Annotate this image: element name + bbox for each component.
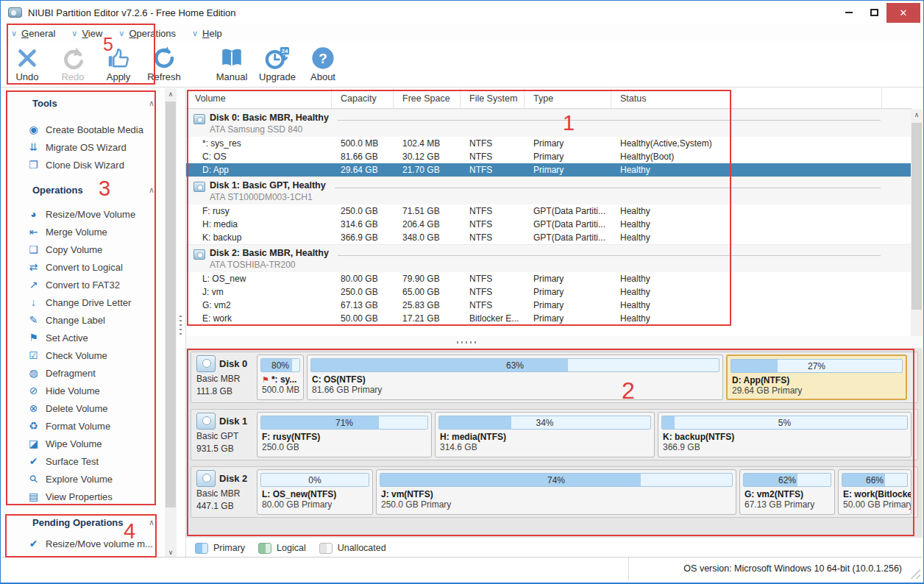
- column-header-volume[interactable]: Volume: [186, 88, 332, 108]
- apply-button[interactable]: Apply: [99, 46, 138, 82]
- scrollbar-thumb[interactable]: [911, 123, 922, 310]
- partition-block-k-backup-ntfs[interactable]: 5%K: backup(NTFS)366.9 GB: [658, 412, 911, 457]
- partition-label: K: backup(NTFS): [663, 432, 911, 442]
- sidebar-item-change-drive-letter[interactable]: ↓Change Drive Letter: [1, 293, 165, 311]
- menu-item-view[interactable]: ∨View: [71, 28, 102, 39]
- sidebar-scrollbar[interactable]: ∧ ∨: [165, 88, 177, 558]
- maximize-button[interactable]: [861, 3, 886, 23]
- close-button[interactable]: ✕: [886, 3, 920, 23]
- table-scrollbar[interactable]: ∧: [911, 109, 923, 336]
- sidebar-item-copy-volume[interactable]: ❏Copy Volume: [1, 241, 165, 258]
- horizontal-splitter[interactable]: [186, 336, 923, 348]
- disk-group-header[interactable]: Disk 1: Basic GPT, HealthyATA ST1000DM00…: [186, 177, 911, 204]
- partition-label: C: OS(NTFS): [312, 374, 722, 385]
- about-button[interactable]: ?About: [304, 46, 342, 82]
- disk-map-row-disk-2: Disk 2Basic MBR447.1 GB0%L: OS_new(NTFS)…: [191, 466, 918, 518]
- cell-status: Healthy: [611, 218, 882, 231]
- partition-block-d-app-ntfs[interactable]: 27%D: App(NTFS)29.64 GB Primary: [726, 355, 907, 400]
- sidebar-item-convert-to-fat32[interactable]: ↗Convert to FAT32: [1, 276, 165, 293]
- table-row-g-vm2[interactable]: G: vm267.13 GB25.83 GBNTFSPrimaryHealthy: [186, 299, 911, 312]
- sidebar-item-surface-test[interactable]: ✔Surface Test: [1, 452, 165, 470]
- partition-block-e-work-bitlocker-e[interactable]: 66%E: work(Bitlocker E...50.00 GB Primar…: [838, 469, 911, 515]
- menu-item-help[interactable]: ∨Help: [192, 28, 222, 39]
- minimize-button[interactable]: [836, 3, 861, 23]
- sidebar-item-resize-move-volume[interactable]: ◕Resize/Move Volume: [1, 205, 165, 223]
- surface-test-icon: ✔: [27, 456, 40, 466]
- table-row-h-media[interactable]: H: media314.6 GB206.4 GBNTFSGPT(Data Par…: [186, 218, 911, 231]
- disk-name: Disk 1: [219, 416, 247, 427]
- sidebar-item-defragment[interactable]: ◍Defragment: [1, 364, 165, 382]
- undo-button[interactable]: Undo: [8, 46, 46, 82]
- sidebar-item-label: Migrate OS Wizard: [46, 142, 127, 153]
- table-row-k-backup[interactable]: K: backup366.9 GB348.0 GBNTFSGPT(Data Pa…: [186, 231, 911, 244]
- column-header-status[interactable]: Status: [611, 88, 882, 108]
- partition-block-l-os-new-ntfs[interactable]: 0%L: OS_new(NTFS)80.00 GB Primary: [257, 469, 373, 515]
- sidebar-item-resize-move-volume-m[interactable]: ✔Resize/Move volume m...: [1, 535, 165, 552]
- collapse-chevron-icon[interactable]: ∧: [149, 518, 154, 527]
- sidebar-item-explore-volume[interactable]: ⚲Explore Volume: [1, 470, 165, 488]
- table-row-c-os[interactable]: C: OS81.66 GB30.12 GBNTFSPrimaryHealthy(…: [186, 150, 911, 163]
- scroll-up-icon[interactable]: ∧: [911, 109, 923, 121]
- cell-volume: G: vm2: [186, 299, 332, 312]
- upgrade-button[interactable]: 24Upgrade: [258, 46, 296, 82]
- sidebar-item-label: Resize/Move Volume: [46, 209, 135, 220]
- refresh-button[interactable]: Refresh: [145, 46, 183, 82]
- table-row-f-rusy[interactable]: F: rusy250.0 GB71.51 GBNTFSGPT(Data Part…: [186, 204, 911, 218]
- sidebar-item-hide-volume[interactable]: ⊘Hide Volume: [1, 382, 165, 399]
- partition-blocks: 80%⚑*: sy...500.0 MB63%C: OS(NTFS)81.66 …: [257, 354, 915, 401]
- sidebar-item-check-volume[interactable]: ☑Check Volume: [1, 346, 165, 364]
- cell-fs: NTFS: [461, 272, 525, 285]
- disk-group-header[interactable]: Disk 0: Basic MBR, HealthyATA Samsung SS…: [186, 109, 911, 137]
- table-row-l-os-new[interactable]: L: OS_new80.00 GB79.90 GBNTFSPrimaryHeal…: [186, 272, 911, 285]
- column-header-capacity[interactable]: Capacity: [332, 88, 394, 108]
- partition-block-g-vm2-ntfs[interactable]: 62%G: vm2(NTFS)67.13 GB Primary: [739, 469, 835, 515]
- resize-grip-icon[interactable]: [910, 569, 920, 579]
- disk-model: ATA Samsung SSD 840: [210, 124, 329, 135]
- column-header-free-space[interactable]: Free Space: [394, 88, 461, 108]
- collapse-chevron-icon[interactable]: ∧: [149, 185, 154, 195]
- redo-button[interactable]: Redo: [54, 46, 92, 82]
- sidebar-item-delete-volume[interactable]: ⊗Delete Volume: [1, 399, 165, 417]
- resize-move-icon: ◕: [27, 209, 40, 219]
- manual-button[interactable]: Manual: [213, 46, 251, 82]
- menu-item-operations[interactable]: ∨Operations: [118, 28, 176, 39]
- collapse-chevron-icon[interactable]: ∧: [149, 99, 154, 108]
- change-drive-letter-icon: ↓: [27, 297, 40, 307]
- table-row-sys-res[interactable]: *: sys_res500.0 MB102.4 MBNTFSPrimaryHea…: [186, 137, 911, 150]
- sidebar-item-set-active[interactable]: ⚑Set Active: [1, 329, 165, 346]
- table-row-d-app[interactable]: D: App29.64 GB21.70 GBNTFSPrimaryHealthy: [186, 163, 911, 177]
- partition-block-j-vm-ntfs[interactable]: 74%J: vm(NTFS)250.0 GB Primary: [376, 469, 736, 515]
- partition-block-f-rusy-ntfs[interactable]: 71%F: rusy(NTFS)250.0 GB: [257, 412, 432, 457]
- vertical-splitter[interactable]: [177, 88, 185, 558]
- partition-block-sy[interactable]: 80%⚑*: sy...500.0 MB: [257, 355, 304, 400]
- cell-status: Healthy: [611, 312, 882, 325]
- table-row-j-vm[interactable]: J: vm250.0 GB65.00 GBNTFSPrimaryHealthy: [186, 285, 911, 299]
- column-header-type[interactable]: Type: [525, 88, 611, 108]
- scroll-up-icon[interactable]: ∧: [165, 88, 177, 100]
- cell-capacity: 50.00 GB: [332, 312, 394, 325]
- sidebar-item-merge-volume[interactable]: ⇤Merge Volume: [1, 223, 165, 241]
- usage-percent: 5%: [662, 418, 907, 428]
- sidebar-item-create-bootable-media[interactable]: ◉Create Bootable Media: [1, 121, 165, 138]
- sidebar-item-wipe-volume[interactable]: ◪Wipe Volume: [1, 435, 165, 452]
- cell-fs: NTFS: [461, 204, 525, 218]
- partition-block-h-media-ntfs[interactable]: 34%H: media(NTFS)314.6 GB: [435, 412, 655, 457]
- scrollbar-thumb[interactable]: [166, 102, 176, 508]
- menu-item-general[interactable]: ∨General: [11, 28, 55, 39]
- sidebar-item-change-label[interactable]: ✎Change Label: [1, 311, 165, 329]
- chevron-down-icon: ∨: [118, 29, 124, 38]
- partition-block-c-os-ntfs[interactable]: 63%C: OS(NTFS)81.66 GB Primary: [307, 355, 723, 400]
- app-icon: [8, 7, 22, 18]
- table-row-e-work[interactable]: E: work50.00 GB17.21 GBBitlocker E...Pri…: [186, 312, 911, 325]
- sidebar-item-clone-disk-wizard[interactable]: ❐Clone Disk Wizard: [1, 156, 165, 174]
- sidebar-item-format-volume[interactable]: ♻Format Volume: [1, 417, 165, 435]
- sidebar-item-view-properties[interactable]: ▤View Properties: [1, 488, 165, 505]
- sidebar-item-convert-to-logical[interactable]: ⇄Convert to Logical: [1, 258, 165, 276]
- sidebar-item-migrate-os-wizard[interactable]: ⇊Migrate OS Wizard: [1, 138, 165, 156]
- undo-icon: [15, 46, 40, 71]
- legend-item-primary: Primary: [195, 543, 245, 554]
- manual-icon: [219, 46, 244, 71]
- column-header-file-system[interactable]: File System: [461, 88, 525, 108]
- disk-group-header[interactable]: Disk 2: Basic MBR, HealthyATA TOSHIBA-TR…: [186, 244, 911, 272]
- clone-disk-icon: ❐: [27, 160, 40, 170]
